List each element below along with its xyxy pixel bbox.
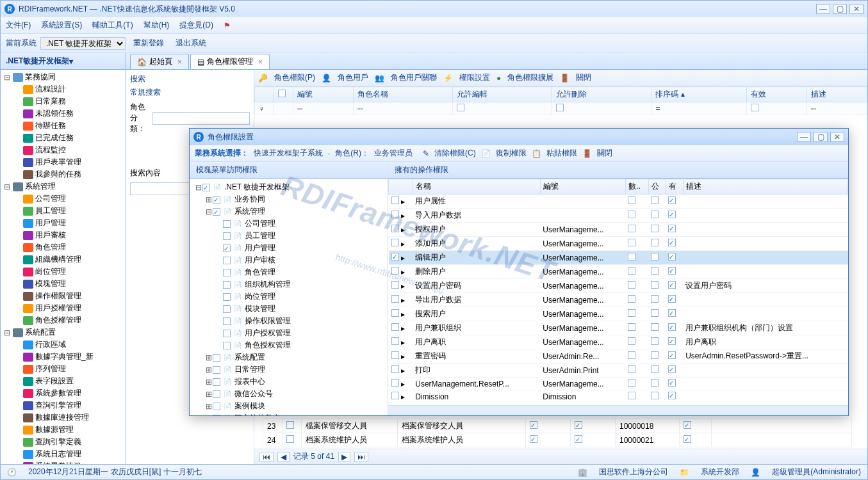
menu-settings[interactable]: 系統設置(S) [41,20,82,31]
tree-node[interactable]: 角色授權管理 [1,314,126,326]
module-tree-node[interactable]: ⊟📄系统管理 [192,205,385,218]
pager-prev[interactable]: ◀ [277,452,290,462]
permission-row[interactable]: ▸ 授权用户UserManageme... [389,223,848,237]
dialog-tab-right[interactable]: 擁有的操作權限 [388,162,848,179]
tab-role-permission[interactable]: ▤ 角色權限管理 × [190,54,270,69]
module-tree-node[interactable]: ⊞📄案例模块 [192,400,385,412]
btn-role-user[interactable]: 角色用戶 [338,72,368,83]
tree-node[interactable]: 待辦任務 [1,120,126,132]
tree-node[interactable]: 組織機構管理 [1,253,126,266]
close-button[interactable]: ✕ [849,4,864,14]
pager-first[interactable]: ⏮ [259,452,274,462]
tree-node[interactable]: 我參與的任務 [1,168,126,180]
btn-clear-permission[interactable]: 清除權限(C) [434,148,476,159]
module-tree-node[interactable]: ⊞📄微信公众号 [192,388,385,400]
exit-button[interactable]: 退出系統 [172,36,210,50]
permission-row[interactable]: ▸ 重置密码UserAdmin.Re... UserAdmin.ResetPas… [389,349,848,364]
menu-file[interactable]: 文件(F) [6,20,31,31]
dialog-close[interactable]: ✕ [830,132,844,142]
tree-node[interactable]: 數據字典管理_新 [1,351,126,363]
permission-row[interactable]: ▸ 搜索用户UserManageme... [389,307,848,321]
tree-node[interactable]: 行政區域 [1,339,126,351]
module-tree-node[interactable]: ⊞📄报表中心 [192,376,385,388]
btn-copy-permission[interactable]: 復制權限 [496,148,527,159]
permission-row[interactable]: ▸ 导入用户数据 [389,209,848,223]
role-category-input[interactable] [152,112,250,125]
tree-node[interactable]: 用戶授權管理 [1,302,126,314]
tree-node[interactable]: 序列管理 [1,363,126,375]
btn-role-user-link[interactable]: 角色用戶關聯 [391,72,437,83]
role-value[interactable]: 业务管理员 [374,148,413,159]
module-tree-node[interactable]: 📄岗位管理 [192,291,385,303]
permission-row[interactable]: ▸ UserManagement.ResetP...UserManageme..… [389,378,848,390]
module-tree-node[interactable]: 📄公司管理 [192,218,385,230]
tree-node[interactable]: 模塊管理 [1,278,126,290]
tree-node[interactable]: 角色管理 [1,241,126,253]
module-tree-node[interactable]: ⊞📄系统配置 [192,351,385,364]
table-row[interactable]: 23檔案保管移交人員档案保管移交人員10000018 [263,419,852,433]
tree-node[interactable]: 數據庫連接管理 [1,412,126,424]
tree-node[interactable]: 查詢引擎管理 [1,399,126,412]
tree-node[interactable]: 流程設計 [1,83,126,95]
permission-row[interactable]: ▸ 删除用户UserManageme... [389,265,848,279]
tree-node[interactable]: 查詢引擎定義 [1,436,126,448]
btn-role-permission[interactable]: 角色權限(P) [274,72,315,83]
tree-node[interactable]: 用戶管理 [1,217,126,229]
module-tree-node[interactable]: ⊞📄日常管理 [192,364,385,376]
close-icon[interactable]: × [258,58,263,67]
module-tree-node[interactable]: 📄角色授权管理 [192,339,385,351]
horizontal-scrollbar[interactable] [388,405,848,415]
tree-node[interactable]: 數據源管理 [1,424,126,436]
pager-last[interactable]: ⏭ [354,452,368,462]
module-tree-node[interactable]: 📄操作权限管理 [192,315,385,327]
tree-node[interactable]: 已完成任務 [1,132,126,144]
tree-node[interactable]: 表字段設置 [1,375,126,387]
btn-paste-permission[interactable]: 粘貼權限 [546,148,577,159]
menu-help[interactable]: 幫助(H) [143,20,170,31]
close-icon[interactable]: × [177,58,182,67]
maximize-button[interactable]: ▢ [833,4,847,14]
permission-row[interactable]: ▸ 添加用户UserManageme... [389,237,848,251]
table-row[interactable]: 24档案系统维护人员档案系统维护人员10000021 [263,433,852,447]
dialog-maximize[interactable]: ▢ [814,132,828,142]
permission-grid[interactable]: 名稱編號數..公有描述 ▸ 用户属性 ▸ 导入用户数据 ▸ 授权用户UserMa… [388,179,848,405]
module-tree-node[interactable]: ⊞📄业务协同 [192,193,385,205]
tree-node[interactable]: ⊟系統管理 [1,180,126,193]
menu-feedback[interactable]: 提意見(D) [179,20,213,31]
flag-icon[interactable]: ⚑ [224,21,231,30]
tree-node[interactable]: 公司管理 [1,193,126,205]
module-tree[interactable]: ⊟📄.NET 敏捷开发框架⊞📄业务协同⊟📄系统管理📄公司管理📄员工管理📄用户管理… [190,179,388,415]
dialog-tab-left[interactable]: 模塊菜單訪問權限 [190,162,388,179]
btn-role-permission-ext[interactable]: 角色權限擴展 [507,72,553,83]
minimize-button[interactable]: — [816,4,830,14]
module-tree-node[interactable]: ⊞📄三方控件整合 [192,412,385,415]
btn-permission-setting[interactable]: 權限設置 [459,72,490,83]
tree-node[interactable]: 未認領任務 [1,108,126,120]
sys-select-value[interactable]: 快速开发框架子系統 [254,148,323,159]
permission-row[interactable]: ▸ 用户离职UserManageme... 用户离职 [389,335,848,349]
btn-close[interactable]: 關閉 [576,72,591,83]
tree-node[interactable]: ⊟系統配置 [1,326,126,339]
module-tree-node[interactable]: 📄模块管理 [192,303,385,315]
tree-node[interactable]: 系統參數管理 [1,387,126,399]
tree-node[interactable]: 日常業務 [1,95,126,108]
module-tree-node[interactable]: 📄组织机构管理 [192,278,385,291]
tree-node[interactable]: 用戶審核 [1,229,126,241]
sidebar-dropdown-icon[interactable]: ▾ [69,57,73,66]
permission-row[interactable]: ▸ 设置用户密码UserManageme... 设置用户密码 [389,279,848,293]
tree-node[interactable]: 系統異常情況 [1,460,126,464]
module-tree-node[interactable]: 📄用户授权管理 [192,327,385,339]
tree-node[interactable]: 操作權限管理 [1,290,126,302]
tree-node[interactable]: 崗位管理 [1,266,126,278]
btn-dialog-close[interactable]: 關閉 [597,148,612,159]
permission-row[interactable]: ▸ 打印UserAdmin.Print [389,364,848,378]
module-tree-node[interactable]: 📄用户管理 [192,242,385,254]
pager-next[interactable]: ▶ [338,452,350,462]
tree-node[interactable]: 用戶表單管理 [1,156,126,168]
tab-home[interactable]: 🏠 起始頁 × [130,54,189,69]
tree-node[interactable]: 員工管理 [1,205,126,217]
module-tree-node[interactable]: 📄角色管理 [192,266,385,278]
menu-tools[interactable]: 輔助工具(T) [92,20,133,31]
sort-icon[interactable]: ▴ [681,90,685,99]
module-tree-node[interactable]: 📄员工管理 [192,230,385,242]
